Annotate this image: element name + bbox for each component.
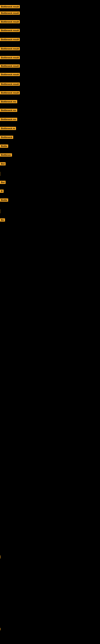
bottleneck-label-6: Bottleneck result (0, 56, 20, 59)
bottleneck-label-11: Bottleneck res (0, 100, 17, 103)
site-title (0, 1, 100, 2)
bottleneck-label-4: Bottleneck result (0, 38, 20, 41)
bottleneck-label-22: Bottle (0, 198, 8, 202)
bottleneck-label-7: Bottleneck result (0, 64, 20, 68)
bottleneck-label-9: Bottleneck result (0, 82, 20, 86)
bottleneck-label-0: Bottleneck result (0, 5, 20, 8)
tick-mark-0 (0, 556, 0, 558)
tick-mark-1 (0, 628, 0, 630)
bottleneck-label-5: Bottleneck result (0, 47, 20, 50)
bottleneck-label-2: Bottleneck result (0, 20, 20, 23)
bottleneck-label-18: Bot (0, 162, 6, 166)
bottleneck-label-21: B (0, 190, 3, 193)
bottleneck-label-16: Bottle (0, 144, 8, 148)
bottleneck-label-10: Bottleneck result (0, 91, 20, 94)
bottleneck-label-8: Bottleneck result (0, 73, 20, 76)
bottleneck-label-14: Bottleneck re (0, 127, 16, 130)
bottleneck-label-13: Bottleneck res (0, 118, 17, 121)
bottleneck-label-24: Bo (0, 218, 5, 222)
bottleneck-label-20: Bot (0, 181, 6, 184)
bottleneck-line-23 (0, 209, 0, 213)
bottleneck-label-12: Bottleneck res (0, 109, 17, 112)
bottleneck-label-3: Bottleneck result (0, 29, 20, 32)
bottleneck-label-17: Bottlenec (0, 153, 12, 156)
bottleneck-line-19 (0, 172, 0, 176)
bottleneck-label-1: Bottleneck result (0, 12, 20, 15)
bottleneck-label-15: Bottleneck (0, 136, 13, 139)
